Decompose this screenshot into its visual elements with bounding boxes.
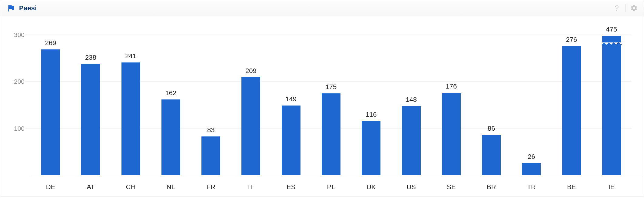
chart-bar: 116: [351, 25, 391, 175]
chart-bar-rect: [602, 36, 621, 175]
widget-title: Paesi: [19, 4, 37, 12]
header-separator: [625, 4, 626, 12]
chart-bar-rect: [121, 62, 140, 175]
widget-header: Paesi ?: [0, 0, 644, 16]
chart-x-tick: BE: [551, 183, 591, 191]
chart-bar-rect: [362, 121, 380, 175]
chart-x-labels: DEATCHNLFRITESPLUKUSSEBRTRBEIE: [31, 183, 632, 191]
chart-bar-value: 209: [245, 67, 257, 75]
settings-icon[interactable]: [630, 4, 638, 12]
chart-bar-value: 241: [125, 52, 136, 60]
chart-bar-rect: [322, 93, 340, 175]
chart-bar-value: 269: [45, 39, 56, 47]
chart-bar-rect: [41, 49, 60, 175]
chart-bar-rect: [562, 46, 581, 175]
chart-bars: 2692382411628320914917511614817686262764…: [31, 25, 632, 175]
chart-bar-value: 175: [326, 83, 337, 91]
chart-bar: 148: [391, 25, 431, 175]
chart-bar: 276: [551, 25, 591, 175]
chart-bar: 209: [231, 25, 271, 175]
chart-x-tick: FR: [191, 183, 231, 191]
chart-x-tick: DE: [31, 183, 71, 191]
chart-bar-rect: [522, 163, 541, 175]
chart-bar-value: 475: [606, 25, 617, 33]
chart-x-tick: AT: [71, 183, 111, 191]
chart-x-tick: CH: [111, 183, 151, 191]
chart-bar-value: 26: [528, 153, 535, 161]
chart-bar-value: 86: [488, 125, 495, 133]
chart-bar-value: 162: [165, 89, 177, 97]
chart-x-tick: NL: [151, 183, 191, 191]
chart-x-tick: UK: [351, 183, 391, 191]
chart-bar-value: 149: [285, 95, 297, 103]
chart-x-tick: BR: [471, 183, 511, 191]
chart-x-tick: ES: [271, 183, 311, 191]
chart-plot-area: 100200300 269238241162832091491751161481…: [31, 25, 632, 175]
chart-x-tick: US: [391, 183, 431, 191]
chart-bar-rect: [161, 99, 180, 175]
countries-widget: Paesi ? 100200300 2692382411628320914917…: [0, 0, 644, 197]
chart-bar: 149: [271, 25, 311, 175]
chart-bar: 238: [71, 25, 111, 175]
chart-bar: 83: [191, 25, 231, 175]
chart-bar-rect: [482, 135, 501, 175]
chart-bar-value: 83: [207, 126, 214, 134]
chart-body: 100200300 269238241162832091491751161481…: [0, 16, 644, 196]
chart-x-tick: SE: [431, 183, 471, 191]
chart-bar: 241: [111, 25, 151, 175]
chart-y-tick: 200: [6, 78, 25, 85]
chart-bar: 176: [431, 25, 471, 175]
chart-bar-rect: [241, 77, 260, 175]
chart-bar: 269: [31, 25, 71, 175]
chart-y-tick: 100: [6, 125, 25, 132]
chart-bar-value: 238: [85, 54, 96, 62]
chart-bar-rect: [442, 93, 461, 175]
chart-bar-value: 116: [366, 111, 377, 119]
chart-bar-value: 276: [566, 36, 577, 44]
chart-y-tick: 300: [6, 31, 25, 39]
chart-bar: 86: [471, 25, 511, 175]
chart-bar-rect: [282, 106, 300, 175]
chart-bar: 175: [311, 25, 351, 175]
chart-bar-rect: [81, 64, 100, 175]
chart-x-tick: PL: [311, 183, 351, 191]
chart-bar-rect: [402, 106, 421, 175]
chart-bar: 475: [592, 25, 632, 175]
chart-bar: 162: [151, 25, 191, 175]
chart-bar-value: 148: [406, 96, 417, 104]
flag-icon: [7, 4, 15, 12]
chart-x-tick: IE: [592, 183, 632, 191]
help-icon[interactable]: ?: [612, 4, 621, 12]
chart-x-tick: IT: [231, 183, 271, 191]
chart-bar-value: 176: [446, 82, 457, 90]
chart-x-tick: TR: [511, 183, 551, 191]
chart-bar-rect: [201, 136, 220, 175]
chart-bar: 26: [511, 25, 551, 175]
